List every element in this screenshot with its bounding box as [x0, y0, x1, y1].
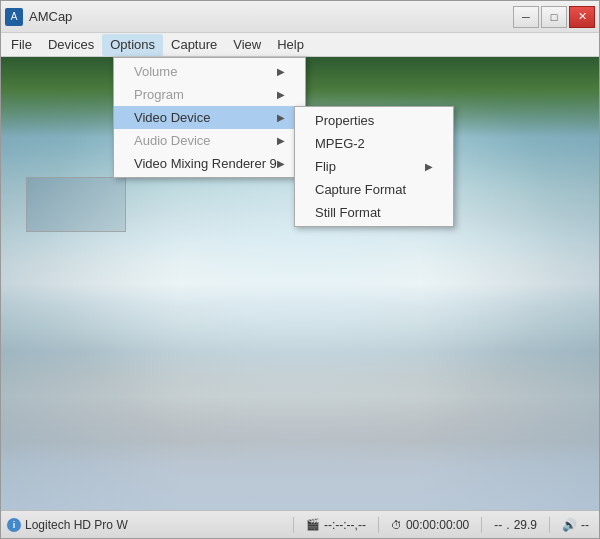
app-icon: A: [5, 8, 23, 26]
menu-file[interactable]: File: [3, 34, 40, 56]
app-icon-letter: A: [11, 11, 18, 22]
status-sep-1: [293, 517, 294, 533]
info-icon: i: [7, 518, 21, 532]
menu-item-volume[interactable]: Volume ▶: [114, 60, 305, 83]
status-sep-2: [378, 517, 379, 533]
title-bar: A AMCap ─ □ ✕: [1, 1, 599, 33]
submenu-properties[interactable]: Properties: [295, 109, 453, 132]
status-position-segment: -- . 29.9: [490, 518, 541, 532]
menu-item-vmr9[interactable]: Video Mixing Renderer 9 ▶: [114, 152, 305, 175]
status-sep-3: [481, 517, 482, 533]
window-title: AMCap: [29, 9, 72, 24]
submenu-capture-format[interactable]: Capture Format: [295, 178, 453, 201]
volume-dash: --: [581, 518, 589, 532]
cam-icon: 🎬: [306, 518, 320, 531]
title-bar-left: A AMCap: [5, 8, 72, 26]
water-foreground: [1, 350, 599, 510]
status-sep-4: [549, 517, 550, 533]
status-volume-segment: 🔊 --: [558, 518, 593, 532]
volume-icon: 🔊: [562, 518, 577, 532]
video-device-submenu: Properties MPEG-2 Flip ▶ Capture Format: [294, 106, 454, 227]
menu-item-video-device[interactable]: Video Device ▶ Properties MPEG-2 Flip ▶: [114, 106, 305, 129]
volume-arrow: ▶: [277, 66, 285, 77]
timecode: 00:00:00:00: [406, 518, 469, 532]
menu-item-audio-device[interactable]: Audio Device ▶: [114, 129, 305, 152]
options-dropdown: Volume ▶ Program ▶ Video Device ▶ Proper…: [113, 57, 306, 178]
video-device-arrow: ▶: [277, 112, 285, 123]
menu-item-program[interactable]: Program ▶: [114, 83, 305, 106]
fps-display: 29.9: [514, 518, 537, 532]
status-bar: i Logitech HD Pro W 🎬 --:--:--,-- ⏱ 00:0…: [1, 510, 599, 538]
menu-help[interactable]: Help: [269, 34, 312, 56]
device-name: Logitech HD Pro W: [25, 518, 128, 532]
status-device-info: i Logitech HD Pro W: [7, 518, 285, 532]
rec-icon: ⏱: [391, 519, 402, 531]
status-cam-segment: 🎬 --:--:--,--: [302, 518, 370, 532]
time-display: --:--:--,--: [324, 518, 366, 532]
menu-view[interactable]: View: [225, 34, 269, 56]
submenu-still-format[interactable]: Still Format: [295, 201, 453, 224]
title-bar-controls: ─ □ ✕: [513, 6, 595, 28]
flip-arrow: ▶: [425, 161, 433, 172]
menu-options[interactable]: Options: [102, 34, 163, 56]
program-arrow: ▶: [277, 89, 285, 100]
preview-thumbnail: [26, 177, 126, 232]
menu-bar: File Devices Options Capture View Help V…: [1, 33, 599, 57]
audio-device-arrow: ▶: [277, 135, 285, 146]
options-menu: Volume ▶ Program ▶ Video Device ▶ Proper…: [113, 57, 306, 178]
status-rec-segment: ⏱ 00:00:00:00: [387, 518, 473, 532]
menu-capture[interactable]: Capture: [163, 34, 225, 56]
menu-devices[interactable]: Devices: [40, 34, 102, 56]
submenu-flip[interactable]: Flip ▶: [295, 155, 453, 178]
maximize-button[interactable]: □: [541, 6, 567, 28]
submenu-mpeg2[interactable]: MPEG-2: [295, 132, 453, 155]
position-display: --: [494, 518, 502, 532]
vmr9-arrow: ▶: [277, 158, 285, 169]
minimize-button[interactable]: ─: [513, 6, 539, 28]
close-button[interactable]: ✕: [569, 6, 595, 28]
main-window: A AMCap ─ □ ✕ File Devices Options Captu…: [0, 0, 600, 539]
